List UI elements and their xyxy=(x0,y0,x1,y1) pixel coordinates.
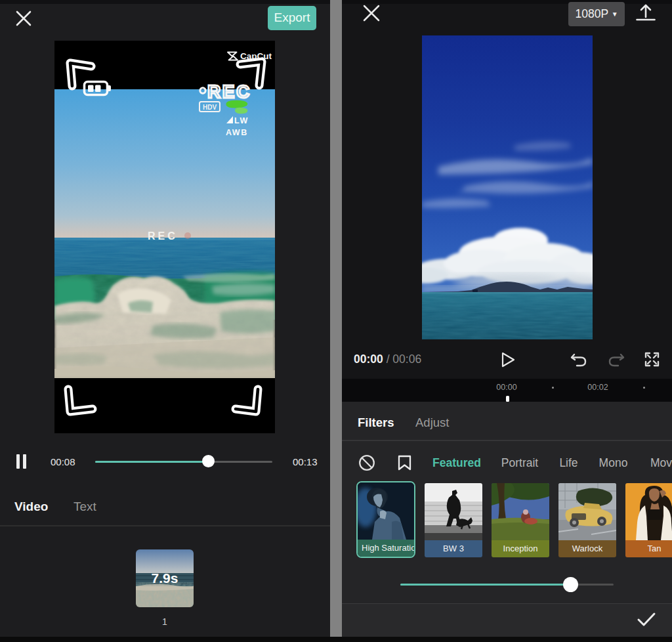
svg-text:AWB: AWB xyxy=(226,128,248,137)
svg-text:7.9s: 7.9s xyxy=(152,570,178,586)
svg-text:REC: REC xyxy=(148,230,178,242)
svg-text:HDV: HDV xyxy=(203,104,217,111)
svg-text:CapCut: CapCut xyxy=(240,51,272,61)
svg-text:LW: LW xyxy=(234,116,249,125)
svg-text:REC: REC xyxy=(207,81,251,102)
